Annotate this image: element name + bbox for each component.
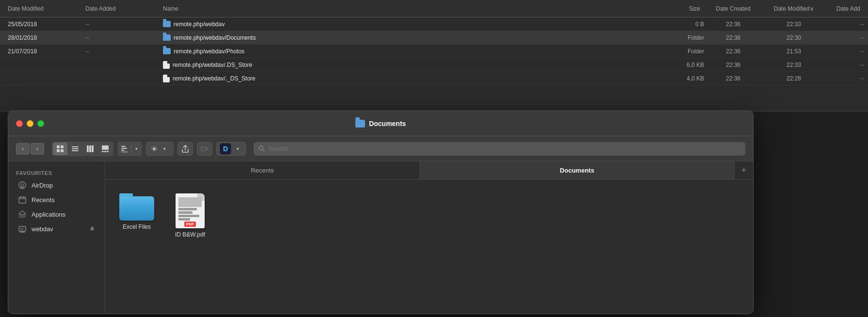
table-row[interactable]: remote.php/webdav/.DS_Store 6,0 KB 22:36… [0,58,868,72]
file-label: ID B&W.pdf [175,231,205,239]
sort-group-button[interactable]: ▾ [117,142,142,156]
sidebar: Favourites AirDrop [8,161,105,314]
svg-rect-12 [104,151,106,152]
svg-point-22 [21,184,24,187]
svg-rect-8 [89,145,91,152]
sidebar-item-label: webdav [32,225,53,233]
file-area: Excel Files PDF ID B&W.pdf [105,180,753,314]
maximize-button[interactable] [37,120,44,127]
finder-window: Documents ‹ › [8,111,754,314]
list-item[interactable]: Excel Files [115,190,159,243]
background-window: Date Modified Date Added Name Size Date … [0,0,868,111]
tabs-bar: Recents Documents + [105,161,753,180]
column-view-button[interactable] [83,143,97,155]
search-bar[interactable] [254,142,745,156]
action-button[interactable]: ▾ [146,142,174,156]
svg-rect-10 [102,145,109,150]
view-buttons [52,142,113,156]
toolbar: ‹ › [8,136,753,161]
back-button[interactable]: ‹ [16,143,30,155]
forward-button[interactable]: › [31,143,44,155]
dash-app-button[interactable]: D ▾ [216,142,246,156]
svg-rect-23 [19,197,26,203]
webdav-icon [18,224,27,233]
svg-rect-11 [102,151,104,152]
sidebar-item-applications[interactable]: Applications [10,207,103,222]
folder-icon [163,48,171,54]
sidebar-section-title: Favourites [8,167,105,178]
pdf-badge: PDF [184,222,196,227]
svg-rect-4 [72,146,79,147]
recents-icon [18,195,27,204]
svg-rect-14 [121,146,126,147]
col-date-modified: Date Modified [4,5,81,12]
dash-icon: D [220,143,231,155]
list-view-button[interactable] [68,143,82,155]
folder-icon [163,34,171,41]
folder-icon [163,21,171,27]
applications-icon [18,210,27,219]
sidebar-item-airdrop[interactable]: AirDrop [10,178,103,192]
svg-rect-7 [87,145,89,152]
table-row[interactable]: 21/07/2018 -- remote.php/webdav/Photos F… [0,45,868,58]
sidebar-item-webdav[interactable]: webdav [10,222,103,236]
minimize-button[interactable] [27,120,33,127]
sidebar-item-label: Applications [32,211,65,218]
svg-rect-13 [107,151,109,152]
sidebar-item-label: AirDrop [32,182,53,189]
svg-rect-17 [121,152,128,152]
search-icon [258,145,265,152]
main-panel: Recents Documents + Excel Fi [105,161,753,314]
svg-rect-15 [121,148,127,149]
airdrop-icon [18,181,27,190]
svg-rect-25 [90,229,94,230]
sidebar-item-label: Recents [32,196,55,204]
folder-icon [119,193,154,221]
col-name: Name [159,5,665,12]
tab-recents[interactable]: Recents [105,161,420,179]
add-tab-button[interactable]: + [735,161,753,179]
col-date-added2: Date Add [825,5,864,12]
svg-rect-5 [72,148,79,149]
table-row[interactable]: remote.php/webdav/._DS_Store 4,0 KB 22:3… [0,72,868,85]
table-row[interactable]: 28/01/2018 -- remote.php/webdav/Document… [0,31,868,45]
title-folder-icon [355,120,365,127]
close-button[interactable] [16,120,23,127]
sidebar-item-recents[interactable]: Recents [10,192,103,207]
svg-rect-0 [57,145,60,148]
svg-point-19 [202,148,203,149]
col-date-modified2: Date Modified∨ [762,5,825,12]
svg-rect-9 [92,145,94,152]
table-row[interactable]: 25/05/2018 -- remote.php/webdav 0 B 22:3… [0,17,868,31]
svg-rect-24 [19,226,26,231]
svg-rect-3 [61,149,64,152]
window-title: Documents [355,120,406,127]
search-input[interactable] [268,145,740,152]
col-date-created: Date Created [704,5,762,12]
file-icon [163,75,170,82]
gallery-view-button[interactable] [98,143,113,155]
svg-rect-16 [121,150,125,151]
list-item[interactable]: PDF ID B&W.pdf [168,190,212,243]
file-label: Excel Files [123,223,151,231]
tag-button[interactable] [197,142,212,156]
svg-rect-18 [201,147,206,151]
traffic-lights [16,120,44,127]
tab-documents[interactable]: Documents [420,161,735,179]
pdf-icon: PDF [176,193,205,228]
svg-rect-1 [61,145,64,148]
content-wrapper: Favourites AirDrop [8,161,753,314]
col-size: Size [665,5,704,12]
svg-point-20 [259,146,263,150]
col-date-added: Date Added [81,5,159,12]
file-icon [163,61,170,69]
icon-view-button[interactable] [53,143,67,155]
nav-group: ‹ › [16,143,44,155]
eject-button[interactable] [89,225,95,233]
bg-table-header: Date Modified Date Added Name Size Date … [0,0,868,17]
svg-rect-6 [72,150,79,151]
title-bar: Documents [8,111,753,136]
svg-rect-2 [57,149,60,152]
share-button[interactable] [177,142,193,156]
